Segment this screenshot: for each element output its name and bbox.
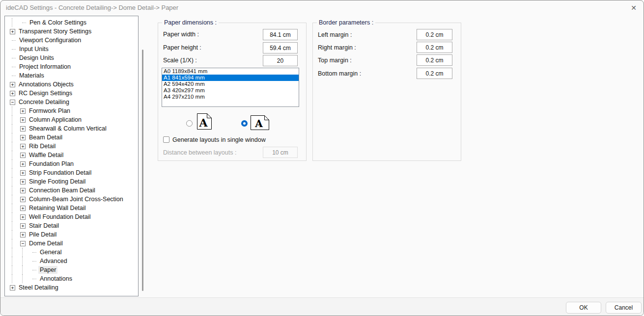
tree-item-label: Design Units (18, 54, 56, 62)
tree-guide-line (12, 177, 20, 186)
tree-item-label: Project Information (18, 63, 72, 71)
tree-item[interactable]: +Shearwall & Column Vertical (5, 124, 138, 133)
tree-item[interactable]: Viewport Configuration (5, 36, 138, 45)
expand-plus-icon[interactable]: + (20, 232, 26, 237)
expand-plus-icon[interactable]: + (20, 170, 26, 176)
tree-item-label: Advanced (38, 257, 69, 265)
tree-item[interactable]: +Connection Beam Detail (5, 186, 138, 195)
paper-size-option[interactable]: A3 420x297 mm (162, 87, 299, 94)
distance-between-layouts-label: Distance between layouts : (163, 149, 236, 156)
tree-item[interactable]: Paper (5, 265, 138, 274)
tree-item-label: Dome Detail (28, 239, 64, 247)
tree-item[interactable]: +Rib Detail (5, 142, 138, 151)
tree-item-label: Rib Detail (28, 142, 57, 150)
paper-height-input[interactable] (263, 42, 298, 53)
tree-item[interactable]: Advanced (5, 257, 138, 265)
tree-item[interactable]: −Concrete Detailing (5, 98, 138, 106)
expand-plus-icon[interactable]: + (20, 144, 26, 149)
title-bar[interactable]: ideCAD Settings - Concrete Detailing-> D… (0, 0, 644, 15)
tree-item-label: Pile Detail (28, 231, 58, 238)
expand-plus-icon[interactable]: + (20, 179, 26, 184)
tree-item[interactable]: Design Units (5, 53, 138, 62)
bottom-margin-input[interactable] (417, 68, 452, 79)
expand-plus-icon[interactable]: + (10, 29, 15, 34)
tree-item[interactable]: +Strip Foundation Detail (5, 168, 138, 177)
expand-plus-icon[interactable]: + (20, 197, 26, 202)
paper-size-option[interactable]: A4 297x210 mm (162, 94, 299, 100)
tree-item[interactable]: +Retaining Wall Detail (5, 204, 138, 212)
tree-item[interactable]: Annotations (5, 274, 138, 283)
paper-height-label: Paper height : (163, 44, 201, 51)
expand-plus-icon[interactable]: + (20, 153, 26, 158)
expand-plus-icon[interactable]: + (20, 206, 26, 211)
cancel-button[interactable]: Cancel (606, 302, 642, 314)
tree-connector (32, 270, 36, 270)
expand-plus-icon[interactable]: + (10, 82, 15, 87)
expand-plus-icon[interactable]: + (20, 188, 26, 193)
expand-plus-icon[interactable]: + (20, 135, 26, 140)
tree-item[interactable]: +Well Foundation Detail (5, 212, 138, 221)
tree-guide-line (12, 221, 20, 230)
tree-guide-line (12, 195, 20, 204)
paper-size-listbox[interactable]: A0 1189x841 mmA1 841x594 mmA2 594x420 mm… (162, 68, 299, 107)
tree-item[interactable]: −Dome Detail (5, 239, 138, 248)
tree-item[interactable]: Materials (5, 71, 138, 80)
right-margin-input[interactable] (417, 42, 452, 53)
tree-item[interactable]: Project Information (5, 62, 138, 71)
paper-size-option[interactable]: A0 1189x841 mm (162, 68, 299, 75)
tree-item-label: Connection Beam Detail (28, 186, 97, 194)
expand-plus-icon[interactable]: + (20, 117, 26, 123)
tree-item[interactable]: +Waffle Detail (5, 151, 138, 159)
tree-item[interactable]: Pen & Color Settings (5, 18, 138, 27)
tree-item[interactable]: +Stair Detail (5, 221, 138, 230)
tree-connector (32, 261, 36, 262)
right-margin-label: Right margin : (318, 44, 356, 51)
tree-item[interactable]: Input Units (5, 45, 138, 53)
landscape-page-icon[interactable]: A (251, 115, 269, 132)
scale-input[interactable] (263, 55, 298, 66)
orientation-landscape-radio[interactable] (241, 120, 248, 127)
tree-item[interactable]: General (5, 248, 138, 257)
svg-text:A: A (198, 116, 208, 129)
expand-plus-icon[interactable]: + (20, 126, 26, 132)
expand-plus-icon[interactable]: + (10, 285, 15, 290)
left-margin-input[interactable] (417, 29, 452, 40)
single-window-checkbox[interactable] (163, 136, 169, 143)
tree-item[interactable]: +Steel Detailing (5, 283, 138, 292)
expand-plus-icon[interactable]: + (10, 91, 15, 96)
single-window-checkbox-label: Generate layouts in single window (172, 136, 266, 143)
tree-item[interactable]: +Beam Detail (5, 133, 138, 142)
tree-item[interactable]: +Annotations Objects (5, 80, 138, 89)
expand-plus-icon[interactable]: + (20, 214, 26, 220)
tree-guide-line (22, 257, 30, 265)
window-title: ideCAD Settings - Concrete Detailing-> D… (6, 4, 178, 11)
portrait-page-icon[interactable]: A (197, 113, 212, 132)
expand-plus-icon[interactable]: + (20, 223, 26, 229)
tree-item-label: General (38, 248, 63, 256)
tree-connector (32, 252, 36, 253)
tree-item[interactable]: +Formwork Plan (5, 106, 138, 115)
collapse-minus-icon[interactable]: − (10, 100, 15, 105)
paper-width-input[interactable] (263, 29, 298, 40)
tree-item[interactable]: +Column Application (5, 115, 138, 124)
tree-item[interactable]: +RC Design Settings (5, 89, 138, 98)
expand-plus-icon[interactable]: + (20, 161, 26, 167)
tree-scrollbar-thumb[interactable] (142, 50, 143, 291)
tree-guide-line (12, 230, 20, 239)
expand-plus-icon[interactable]: + (20, 108, 26, 114)
tree-item[interactable]: +Transparent Story Settings (5, 27, 138, 36)
tree-item[interactable]: +Column-Beam Joint Cross-Section (5, 195, 138, 204)
paper-size-option[interactable]: A2 594x420 mm (162, 81, 299, 87)
scale-label: Scale (1/X) : (163, 57, 197, 64)
close-icon[interactable]: ✕ (628, 2, 639, 13)
paper-size-option[interactable]: A1 841x594 mm (162, 75, 299, 81)
collapse-minus-icon[interactable]: − (20, 241, 26, 246)
distance-between-layouts-input[interactable] (263, 147, 298, 158)
tree-item[interactable]: +Single Footing Detail (5, 177, 138, 186)
ok-button[interactable]: OK (566, 302, 601, 314)
tree-item[interactable]: +Foundation Plan (5, 159, 138, 168)
top-margin-input[interactable] (417, 54, 452, 66)
tree-item[interactable]: +Pile Detail (5, 230, 138, 239)
tree-guide-line (12, 106, 20, 115)
orientation-portrait-radio[interactable] (186, 120, 193, 127)
